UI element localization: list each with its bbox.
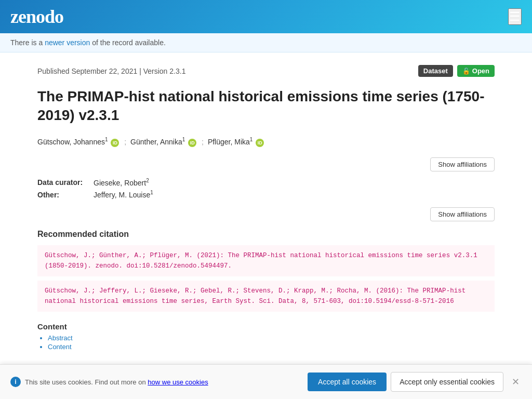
show-affiliations-button-2[interactable]: Show affiliations bbox=[430, 207, 495, 221]
contributor-name-1: Gieseke, Robert2 bbox=[94, 178, 149, 187]
dataset-badge: Dataset bbox=[418, 65, 453, 77]
nav-item-content[interactable]: Content bbox=[48, 343, 495, 351]
nav-item-abstract[interactable]: Abstract bbox=[48, 334, 495, 342]
citation-1: Gütschow, J.; Günther, A.; Pflüger, M. (… bbox=[37, 245, 495, 276]
lock-icon bbox=[462, 67, 470, 75]
open-badge: Open bbox=[457, 65, 495, 77]
newer-version-banner: There is a newer version of the record a… bbox=[0, 33, 532, 52]
citation-heading: Recommended citation bbox=[37, 230, 495, 239]
citation-section: Recommended citation Gütschow, J.; Günth… bbox=[37, 230, 495, 312]
author-1: Gütschow, Johannes1 bbox=[37, 138, 108, 146]
record-title: The PRIMAP-hist national historical emis… bbox=[37, 87, 495, 125]
author-3: Pflüger, Mika1 bbox=[208, 138, 253, 146]
nav-link-abstract[interactable]: Abstract bbox=[48, 334, 73, 342]
contributor-row-1: Data curator: Gieseke, Robert2 bbox=[37, 178, 495, 187]
contributors-section: Data curator: Gieseke, Robert2 Other: Je… bbox=[37, 178, 495, 221]
authors-line: Gütschow, Johannes1 ID ; Günther, Annika… bbox=[37, 136, 495, 149]
content-nav-list: Abstract Content bbox=[37, 334, 495, 351]
authors-section: Gütschow, Johannes1 ID ; Günther, Annika… bbox=[37, 136, 495, 171]
content-nav-title: Content bbox=[37, 322, 495, 331]
published-info: Published September 22, 2021 | Version 2… bbox=[37, 67, 185, 75]
affiliations-btn-container-2: Show affiliations bbox=[37, 203, 495, 221]
main-content: Published September 22, 2021 | Version 2… bbox=[27, 52, 505, 364]
meta-line: Published September 22, 2021 | Version 2… bbox=[37, 65, 495, 77]
author-2: Günther, Annika1 bbox=[130, 138, 185, 146]
contributor-role-2: Other: bbox=[37, 191, 89, 199]
content-nav: Content Abstract Content bbox=[37, 322, 495, 351]
contributor-name-2: Jeffery, M. Louise1 bbox=[94, 190, 153, 199]
orcid-icon-2[interactable]: ID bbox=[188, 139, 196, 147]
orcid-icon-1[interactable]: ID bbox=[111, 139, 119, 147]
site-logo: zenodo bbox=[10, 6, 63, 28]
newer-version-link[interactable]: newer version bbox=[45, 38, 92, 47]
contributor-role-1: Data curator: bbox=[37, 178, 89, 187]
menu-button[interactable]: ☰ bbox=[508, 8, 522, 25]
orcid-icon-3[interactable]: ID bbox=[256, 139, 264, 147]
nav-link-content[interactable]: Content bbox=[48, 343, 72, 351]
citation-2: Gütschow, J.; Jeffery, L.; Gieseke, R.; … bbox=[37, 281, 495, 312]
site-header: zenodo ☰ bbox=[0, 0, 532, 33]
record-badges: Dataset Open bbox=[418, 65, 495, 77]
contributor-row-2: Other: Jeffery, M. Louise1 bbox=[37, 190, 495, 199]
show-affiliations-button-1[interactable]: Show affiliations bbox=[430, 157, 495, 171]
